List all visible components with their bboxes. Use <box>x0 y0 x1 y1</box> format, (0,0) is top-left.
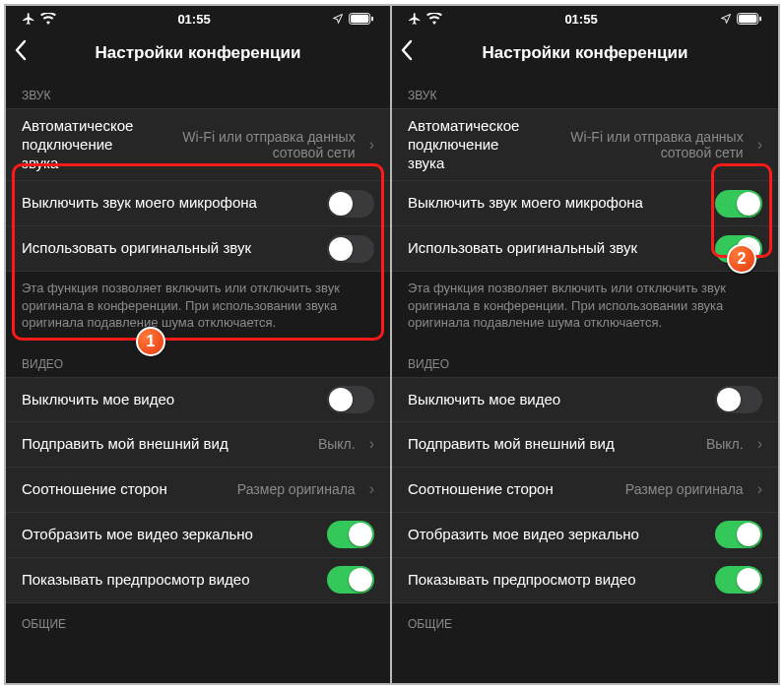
battery-icon <box>349 13 374 25</box>
chevron-right-icon: › <box>369 435 374 453</box>
wifi-icon <box>426 13 442 25</box>
orig-sound-desc: Эта функция позволяет включить или отклю… <box>392 272 778 344</box>
row-touch-up[interactable]: Подправить мой внешний вид Выкл. › <box>392 422 778 468</box>
svg-rect-2 <box>371 17 373 22</box>
row-auto-audio[interactable]: Автоматическое подключение звука Wi-Fi и… <box>6 108 390 181</box>
section-sound: ЗВУК <box>6 75 390 108</box>
toggle-video-off[interactable] <box>327 386 374 413</box>
location-icon <box>332 13 344 25</box>
badge-1: 1 <box>136 327 165 356</box>
row-aspect[interactable]: Соотношение сторон Размер оригинала › <box>392 468 778 513</box>
row-preview[interactable]: Показывать предпросмотр видео <box>6 558 390 603</box>
section-sound: ЗВУК <box>392 75 778 108</box>
badge-2: 2 <box>727 244 756 274</box>
back-button[interactable] <box>400 39 414 67</box>
section-video: ВИДЕО <box>6 344 390 377</box>
status-time: 01:55 <box>564 12 597 27</box>
toggle-orig-sound[interactable] <box>327 235 374 263</box>
row-auto-audio[interactable]: Автоматическое подключение звука Wi-Fi и… <box>392 108 778 181</box>
airplane-icon <box>22 12 35 26</box>
chevron-right-icon: › <box>757 480 762 498</box>
back-button[interactable] <box>14 39 28 67</box>
pane-left: 01:55 Настройки конференции ЗВУК Автомат… <box>6 6 392 683</box>
chevron-right-icon: › <box>757 435 762 453</box>
toggle-preview[interactable] <box>327 566 374 594</box>
location-icon <box>720 13 732 25</box>
svg-rect-4 <box>739 15 756 23</box>
section-general: ОБЩИЕ <box>6 603 390 637</box>
row-orig-sound[interactable]: Использовать оригинальный звук <box>6 226 390 272</box>
section-general: ОБЩИЕ <box>392 603 778 637</box>
row-aspect[interactable]: Соотношение сторон Размер оригинала › <box>6 468 390 513</box>
row-video-off[interactable]: Выключить мое видео <box>6 377 390 422</box>
orig-sound-desc: Эта функция позволяет включить или отклю… <box>6 272 390 344</box>
row-touch-up[interactable]: Подправить мой внешний вид Выкл. › <box>6 422 390 468</box>
toggle-mirror[interactable] <box>715 521 762 548</box>
chevron-right-icon: › <box>369 136 374 154</box>
row-preview[interactable]: Показывать предпросмотр видео <box>392 558 778 603</box>
status-bar: 01:55 <box>392 6 778 31</box>
toggle-mute-mic[interactable] <box>327 190 374 218</box>
toggle-mirror[interactable] <box>327 521 374 548</box>
status-time: 01:55 <box>177 12 210 27</box>
row-mirror[interactable]: Отобразить мое видео зеркально <box>6 513 390 558</box>
pane-right: 01:55 Настройки конференции ЗВУК Автомат… <box>392 6 778 683</box>
wifi-icon <box>40 13 56 25</box>
row-mirror[interactable]: Отобразить мое видео зеркально <box>392 513 778 558</box>
page-title: Настройки конференции <box>392 43 778 63</box>
row-orig-sound[interactable]: Использовать оригинальный звук <box>392 226 778 272</box>
toggle-preview[interactable] <box>715 566 762 594</box>
svg-rect-1 <box>351 15 368 23</box>
toggle-video-off[interactable] <box>715 386 762 413</box>
chevron-right-icon: › <box>369 480 374 498</box>
row-mute-mic[interactable]: Выключить звук моего микрофона <box>392 181 778 226</box>
page-title: Настройки конференции <box>6 43 390 63</box>
toggle-mute-mic[interactable] <box>715 190 762 218</box>
svg-rect-5 <box>759 17 761 22</box>
section-video: ВИДЕО <box>392 344 778 377</box>
header: Настройки конференции <box>392 31 778 75</box>
header: Настройки конференции <box>6 31 390 75</box>
row-video-off[interactable]: Выключить мое видео <box>392 377 778 422</box>
status-bar: 01:55 <box>6 6 390 31</box>
chevron-right-icon: › <box>757 136 762 154</box>
battery-icon <box>737 13 762 25</box>
airplane-icon <box>408 12 422 26</box>
row-mute-mic[interactable]: Выключить звук моего микрофона <box>6 181 390 226</box>
